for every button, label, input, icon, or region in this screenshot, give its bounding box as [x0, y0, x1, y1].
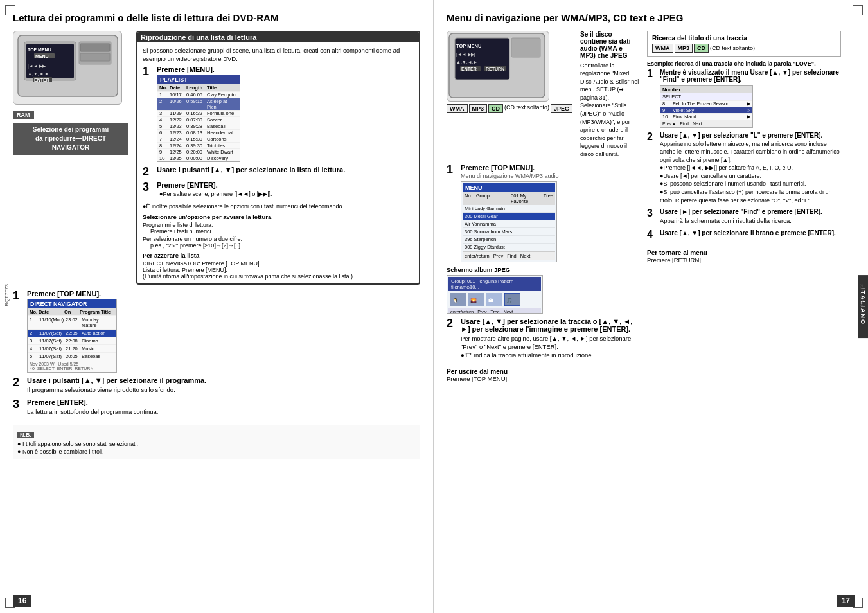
playlist-table: PLAYLIST No. Date Length Title 110/170:4…: [157, 75, 240, 162]
playlist-row-9: 912/250:20:00White Dwarf: [157, 148, 240, 155]
wma-row-2: 300 Metal Gear: [463, 213, 555, 220]
wma-row-3: Air Yannamma: [463, 220, 555, 228]
rip-step3-sub: ●Per saltare scene, premere [|◄◄] o [▶▶|…: [159, 190, 414, 199]
dn-step2-content: Usare i pulsanti [▲, ▼] per selezionare …: [27, 377, 420, 394]
ts-step-3: 3 Usare [►] per selezionare "Find" e pre…: [647, 208, 841, 225]
wma-menu-footer: enter/return Prev Find Next: [463, 251, 555, 260]
ts-step4-title: Usare [▲, ▼] per selezionare il brano e …: [660, 229, 836, 236]
svg-text:TOP MENU: TOP MENU: [28, 48, 51, 52]
right-top: TOP MENU |◄◄ ▶▶| ▲,▼,◄,► ENTER RETURN: [447, 31, 639, 159]
right-two-col: TOP MENU |◄◄ ▶▶| ▲,▼,◄,► ENTER RETURN: [447, 31, 841, 382]
rip-step1-title: Premere [MENU].: [157, 66, 414, 73]
svg-text:RETURN: RETURN: [486, 67, 504, 71]
ts-step3-text: Apparirà la schermata con i risultati de…: [660, 217, 822, 225]
per-tornare-text: Premere [RETURN].: [647, 256, 841, 263]
ts-step-4: 4 Usare [▲, ▼] per selezionare il brano …: [647, 229, 841, 240]
svg-text:▲,▼,◄,►: ▲,▼,◄,►: [28, 71, 49, 76]
thumb-4: 🎵: [504, 293, 520, 306]
rip-step-2: 2 Usare i pulsanti [▲, ▼] per selezionar…: [143, 166, 414, 177]
left-steps-col: 1 Premere [TOP MENU]. DIRECT NAVIGATOR N…: [13, 290, 420, 420]
azzerare-text2: Lista di lettura: Premere [MENU].: [143, 267, 414, 273]
ts-step4-content: Usare [▲, ▼] per selezionare il brano e …: [660, 229, 836, 238]
playlist-row-1: 110/170:46:05Clay Penguin: [157, 91, 240, 98]
azzerare-title: Per azzerare la lista: [143, 252, 414, 259]
fmt-cd-note: (CD text soltanto): [504, 104, 549, 113]
divider-uscire: [447, 364, 639, 364]
dn-step2-title: Usare i pulsanti [▲, ▼] per selezionare …: [27, 377, 420, 384]
search-row-1: 8Fell In The Frozen Season▶: [660, 100, 752, 107]
esempio-title: Esempio: ricerca di una traccia che incl…: [647, 60, 841, 67]
ts-fmt-mp3: MP3: [675, 44, 693, 53]
playlist-cols: No. Date Length Title: [157, 84, 240, 91]
dn-row-4: 411/07(Sat)21:20Music: [28, 344, 116, 352]
ram-badge: RAM: [13, 111, 34, 119]
ts-step3-title: Usare [►] per selezionare "Find" e preme…: [660, 208, 822, 215]
azzerare-text1: DIRECT NAVIGATOR: Premere [TOP MENU].: [143, 260, 414, 267]
rqt-right: RQT7073: [858, 284, 864, 306]
page-num-left: 16: [13, 595, 31, 607]
thumb-2: 🌄: [468, 293, 484, 306]
svg-rect-4: [80, 44, 110, 51]
ts-step2-num: 2: [647, 132, 657, 142]
ts-step-1: 1 Mentre è visualizzato il menu Usare [▲…: [647, 69, 841, 128]
rip-step3-num: 3: [143, 181, 153, 193]
wma-row-6: 009 Ziggy Stardust: [463, 244, 555, 251]
dn-footer: Nov 2003 W Used 5/25 40 SELECT ENTER RET…: [28, 360, 116, 372]
ts-step1-num: 1: [647, 69, 657, 79]
wma-device-image: TOP MENU |◄◄ ▶▶| ▲,▼,◄,► ENTER RETURN: [447, 31, 549, 102]
ts-step3-num: 3: [647, 208, 657, 218]
dn-header: DIRECT NAVIGATOR: [28, 299, 116, 308]
wma-row-4: 300 Sorrow from Mars: [463, 228, 555, 236]
selezionare-text1: Programmi e liste di lettura:: [143, 222, 414, 228]
fmt-wma: WMA: [447, 104, 468, 113]
rqt-left: RQT7073: [4, 284, 10, 306]
main-step2-content: Usare [▲, ▼] per selezionare la traccia …: [461, 317, 639, 360]
dvd-player-svg: TOP MENU MENU |◄◄ ▶▶| ▲,▼,◄,► ENTER: [15, 32, 121, 103]
ts-step2-title: Usare [▲, ▼] per selezionare "L" e preme…: [660, 132, 841, 139]
format-badges: WMA MP3 CD (CD text soltanto) JPEG: [447, 104, 572, 113]
navigator-box: Selezione dei programmi da riprodurre—DI…: [13, 123, 128, 155]
se-il-disco-title: Se il disco contiene sia dati audio (WMA…: [580, 31, 639, 59]
thumb-1: 🐧: [450, 293, 466, 306]
main-step-1: 1 Premere [TOP MENU]. Menu di navigazion…: [447, 164, 639, 262]
jpeg-album-footer: enter/return Prev Tree Next: [448, 308, 541, 314]
ts-step1-title: Mentre è visualizzato il menu Usare [▲, …: [660, 69, 841, 83]
playlist-row-10: 1012/250:00:00Discovery: [157, 155, 240, 161]
svg-text:🐧: 🐧: [452, 297, 459, 303]
right-page: Menu di navigazione per WMA/MP3, CD text…: [434, 0, 868, 613]
rip-step2-num: 2: [143, 166, 153, 177]
corner-tl: [5, 5, 15, 15]
svg-text:🏔: 🏔: [488, 298, 493, 303]
main-step2-title: Usare [▲, ▼] per selezionare la traccia …: [461, 317, 639, 333]
svg-text:🌄: 🌄: [470, 297, 477, 303]
playlist-row-4: 412/220:07:30Soccer: [157, 116, 240, 123]
corner-tr: [853, 5, 863, 15]
selezionare-text3: Per selezionare un numero a due cifre:: [143, 236, 414, 242]
note-title: N.B.: [17, 432, 34, 438]
search-row-3: 10Pink Island▶: [660, 113, 752, 120]
riproduzione-steps: 1 Premere [MENU]. PLAYLIST No. Date Leng…: [143, 66, 414, 280]
per-uscire-title: Per uscire dal menu: [447, 368, 639, 375]
main-step1-sub: Menu di navigazione WMA/MP3 audio: [461, 173, 639, 179]
per-tornare-title: Per tornare al menu: [647, 249, 841, 256]
search-table: Number SELECT 8Fell In The Frozen Season…: [660, 85, 753, 128]
rip-step2-content: Usare i pulsanti [▲, ▼] per selezionare …: [157, 166, 414, 175]
jpeg-album-header: Group: 001 Penguins Pattern filename&0..…: [448, 277, 541, 291]
search-controls: SELECT: [660, 93, 752, 100]
svg-text:TOP MENU: TOP MENU: [456, 43, 481, 49]
selezionare-section: Selezionare un'opzione per avviare la le…: [143, 213, 414, 249]
playlist-row-3: 311/290:16:32Formula one: [157, 110, 240, 116]
dn-step1-title: Premere [TOP MENU].: [27, 290, 420, 298]
rip-step-1: 1 Premere [MENU]. PLAYLIST No. Date Leng…: [143, 66, 414, 162]
main-step2-num: 2: [447, 317, 457, 329]
playlist-row-2: 210/260:59:16Asleep at Picni: [157, 98, 240, 110]
dn-step3-text: La lettura in sottofondo del programma c…: [27, 407, 420, 416]
wma-menu-header: MENU: [463, 183, 555, 192]
dn-step3-content: Premere [ENTER]. La lettura in sottofond…: [27, 398, 420, 416]
riproduzione-text: Si possono selezionare gruppi di scene, …: [143, 46, 414, 64]
rip-step3-content: Premere [ENTER]. ●Per saltare scene, pre…: [157, 181, 414, 199]
svg-text:ENTER: ENTER: [34, 78, 49, 82]
dn-step3-num: 3: [13, 398, 23, 410]
page-num-right: 17: [837, 595, 855, 607]
ts-fmt-cd: CD: [694, 44, 709, 53]
